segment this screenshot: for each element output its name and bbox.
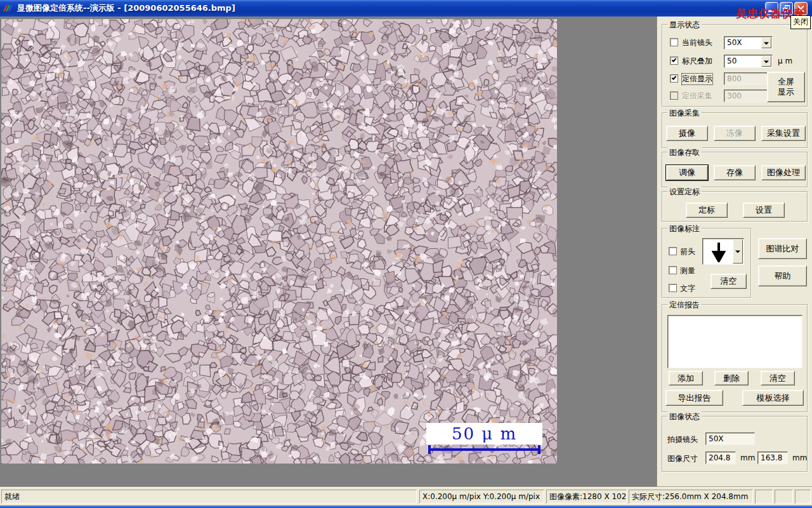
measure-checkbox[interactable] bbox=[669, 266, 677, 274]
scale-bar-left-cap bbox=[428, 445, 431, 454]
annotation-clear-button[interactable]: 清空 bbox=[710, 274, 747, 289]
current-lens-label: 当前镜头 bbox=[682, 37, 712, 48]
fullscreen-button[interactable]: 全屏 显示 bbox=[767, 72, 805, 102]
text-checkbox[interactable] bbox=[669, 284, 677, 292]
current-lens-checkbox[interactable] bbox=[670, 38, 678, 46]
check-icon bbox=[672, 75, 677, 80]
image-height-field: 163.8 bbox=[757, 451, 788, 464]
title-bar: 显微图像定倍系统--演示版 - [20090602055646.bmp] 吴忠仪… bbox=[0, 0, 812, 17]
ruler-overlay-checkbox[interactable] bbox=[670, 57, 678, 65]
capture-settings-button[interactable]: 采集设置 bbox=[761, 126, 806, 141]
shoot-lens-label: 拍摄镜头 bbox=[667, 434, 698, 445]
image-width-field: 204.8 bbox=[705, 451, 736, 464]
app-icon bbox=[3, 3, 13, 13]
fixed-capture-label: 定倍采集 bbox=[682, 91, 712, 102]
window-title: 显微图像定倍系统--演示版 - [20090602055646.bmp] bbox=[17, 3, 235, 14]
status-ready: 就绪 bbox=[1, 490, 417, 504]
status-image-pixels: 图像像素:1280 X 1024 bbox=[546, 490, 627, 504]
ruler-overlay-label: 标尺叠加 bbox=[682, 56, 712, 67]
arrow-label: 箭头 bbox=[680, 246, 695, 257]
group-calibration-title: 设置定标 bbox=[667, 187, 702, 197]
check-icon bbox=[672, 57, 677, 62]
group-image-capture: 图像采集 摄像 冻像 采集设置 bbox=[662, 112, 808, 148]
group-calibration: 设置定标 定标 设置 bbox=[662, 191, 808, 222]
shoot-button[interactable]: 摄像 bbox=[666, 126, 708, 141]
freeze-button: 冻像 bbox=[714, 126, 756, 141]
image-process-button[interactable]: 图像处理 bbox=[761, 165, 806, 180]
micrograph-canvas[interactable] bbox=[1, 19, 557, 464]
arrow-style-combo[interactable] bbox=[702, 238, 744, 265]
report-listbox[interactable] bbox=[667, 315, 802, 368]
ruler-value-combo[interactable]: 50 bbox=[724, 55, 773, 68]
app-window: 显微图像定倍系统--演示版 - [20090602055646.bmp] 吴忠仪… bbox=[0, 0, 812, 508]
group-report-title: 定倍报告 bbox=[667, 300, 702, 311]
image-width-unit: mm bbox=[740, 453, 755, 462]
scale-bar-right-cap bbox=[538, 445, 540, 454]
group-annotation-title: 图像标注 bbox=[667, 224, 702, 234]
group-report: 定倍报告 添加 删除 清空 导出报告 模板选择 bbox=[662, 304, 808, 412]
report-clear-button[interactable]: 清空 bbox=[761, 371, 795, 385]
ruler-unit-label: μ m bbox=[778, 57, 792, 65]
report-delete-button[interactable]: 删除 bbox=[714, 371, 749, 385]
chevron-down-icon[interactable] bbox=[761, 56, 771, 67]
fixed-display-label: 定倍显示 bbox=[682, 74, 712, 84]
status-pane-empty-1 bbox=[755, 490, 773, 504]
image-height-unit: mm bbox=[792, 453, 807, 462]
chevron-down-icon[interactable] bbox=[733, 239, 743, 264]
status-actual-size: 实际尺寸:256.0mm X 204.8mm bbox=[629, 490, 753, 504]
group-display-status-title: 显示状态 bbox=[667, 20, 702, 30]
fixed-capture-value-field: 300 bbox=[724, 90, 773, 102]
text-label: 文字 bbox=[680, 283, 695, 294]
arrow-down-icon bbox=[712, 242, 726, 262]
setup-button[interactable]: 设置 bbox=[743, 203, 785, 218]
status-pixel-scale: X:0.200μ m/pix Y:0.200μ m/pix bbox=[419, 490, 544, 504]
status-bar: 就绪 X:0.200μ m/pix Y:0.200μ m/pix 图像像素:12… bbox=[0, 486, 812, 505]
close-tooltip: 关闭 bbox=[790, 15, 811, 29]
status-pane-empty-2 bbox=[775, 490, 793, 504]
group-image-storage-title: 图像存取 bbox=[667, 147, 702, 158]
group-annotation: 图像标注 箭头 测量 文字 清空 bbox=[662, 228, 751, 298]
arrow-checkbox[interactable] bbox=[669, 247, 677, 255]
current-lens-combo[interactable]: 50X bbox=[724, 36, 773, 50]
control-panel: 显示状态 当前镜头 50X 标尺叠加 50 μ m 定倍显示 800 bbox=[657, 17, 812, 486]
group-image-capture-title: 图像采集 bbox=[667, 108, 702, 119]
client-area: 50 μ m 显示状态 当前镜头 50X 标尺叠加 50 bbox=[0, 17, 812, 486]
scale-bar-line bbox=[429, 448, 540, 451]
export-report-button[interactable]: 导出报告 bbox=[665, 390, 723, 406]
group-image-status-title: 图像状态 bbox=[667, 411, 702, 422]
load-image-button[interactable]: 调像 bbox=[666, 165, 708, 180]
fixed-display-value-field: 800 bbox=[724, 72, 773, 85]
image-viewport[interactable]: 50 μ m bbox=[0, 17, 657, 486]
scale-bar-label-box: 50 μ m bbox=[426, 423, 542, 444]
save-image-button[interactable]: 存像 bbox=[714, 165, 756, 180]
fixed-capture-checkbox bbox=[670, 91, 678, 100]
group-display-status: 显示状态 当前镜头 50X 标尺叠加 50 μ m 定倍显示 800 bbox=[662, 24, 808, 107]
group-image-status: 图像状态 拍摄镜头 50X 图像尺寸 204.8 mm 163.8 mm bbox=[662, 416, 808, 472]
group-image-storage: 图像存取 调像 存像 图像处理 bbox=[662, 152, 808, 187]
shoot-lens-field: 50X bbox=[705, 432, 755, 445]
help-button[interactable]: 帮助 bbox=[758, 265, 807, 286]
status-pane-empty-3 bbox=[795, 490, 811, 504]
image-size-label: 图像尺寸 bbox=[667, 453, 698, 464]
scale-bar-label: 50 μ m bbox=[452, 424, 517, 443]
chevron-down-icon[interactable] bbox=[761, 37, 771, 48]
fixed-display-checkbox[interactable] bbox=[670, 74, 678, 83]
report-add-button[interactable]: 添加 bbox=[669, 371, 703, 385]
template-select-button[interactable]: 模板选择 bbox=[742, 390, 804, 406]
window-bottom-border bbox=[0, 505, 812, 508]
measure-label: 测量 bbox=[680, 265, 695, 276]
atlas-compare-button[interactable]: 图谱比对 bbox=[758, 238, 807, 259]
calibrate-button[interactable]: 定标 bbox=[686, 203, 728, 218]
